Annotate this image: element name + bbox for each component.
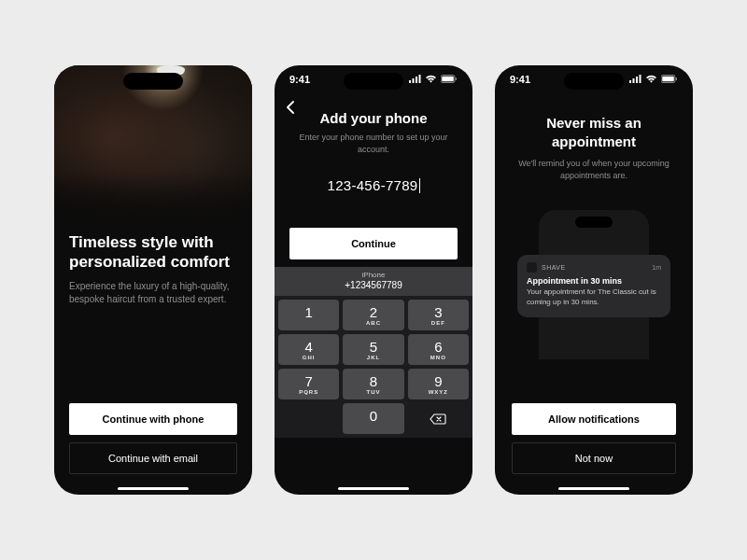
svg-rect-19 — [662, 77, 674, 82]
notification-preview: SHAVE 1m Appointment in 30 mins Your app… — [512, 210, 676, 350]
notification-app-icon — [527, 262, 537, 273]
svg-rect-17 — [640, 75, 641, 83]
battery-icon — [661, 74, 678, 85]
status-time: 9:41 — [289, 74, 310, 85]
device-notch — [564, 73, 624, 90]
keypad-key-0[interactable]: 0 — [343, 403, 403, 434]
keypad-key-1[interactable]: 1 — [278, 300, 339, 330]
keypad-blank — [278, 403, 339, 434]
svg-rect-7 — [409, 80, 411, 83]
add-phone-title: Add your phone — [289, 110, 458, 126]
svg-rect-12 — [442, 77, 454, 82]
cellular-signal-icon — [409, 74, 421, 85]
autofill-source-label: iPhone — [275, 271, 472, 279]
text-cursor — [419, 178, 420, 193]
status-time: 9:41 — [510, 74, 530, 85]
add-phone-screen: 9:41 Add your phone Enter your phone num… — [275, 65, 472, 495]
backspace-icon — [430, 413, 446, 425]
wifi-icon — [425, 74, 437, 85]
notifications-title: Never miss an appointment — [512, 114, 676, 150]
notification-card: SHAVE 1m Appointment in 30 mins Your app… — [517, 255, 670, 317]
continue-button[interactable]: Continue — [289, 228, 458, 259]
home-indicator[interactable] — [118, 487, 189, 490]
numeric-keypad: 1 2ABC 3DEF 4GHI 5JKL 6MNO 7PQRS 8TUV 9W… — [275, 296, 472, 438]
keypad-key-5[interactable]: 5JKL — [343, 334, 403, 365]
svg-rect-14 — [629, 80, 631, 83]
add-phone-subtitle: Enter your phone number to set up your a… — [289, 132, 458, 155]
chevron-left-icon — [286, 101, 294, 114]
keypad-key-9[interactable]: 9WXYZ — [408, 369, 469, 399]
autofill-suggestion[interactable]: iPhone +1234567789 — [275, 267, 472, 296]
keypad-key-8[interactable]: 8TUV — [343, 369, 403, 399]
welcome-title: Timeless style with personalized comfort — [69, 232, 237, 273]
notification-body: Your appointment for The Classic cut is … — [527, 287, 661, 308]
svg-rect-10 — [419, 75, 421, 83]
cellular-signal-icon — [629, 74, 641, 85]
svg-rect-16 — [636, 77, 638, 83]
autofill-number: +1234567789 — [275, 280, 472, 290]
svg-rect-13 — [456, 77, 457, 80]
status-indicators — [629, 74, 678, 85]
notifications-subtitle: We'll remind you of when your upcoming a… — [512, 158, 676, 182]
keypad-key-7[interactable]: 7PQRS — [278, 369, 339, 399]
continue-with-phone-button[interactable]: Continue with phone — [69, 403, 237, 435]
svg-rect-15 — [633, 78, 635, 83]
svg-rect-20 — [676, 77, 677, 80]
keypad-key-4[interactable]: 4GHI — [278, 334, 339, 365]
mock-notch — [575, 217, 613, 228]
phone-number-input[interactable]: 123-456-7789 — [327, 177, 419, 193]
continue-with-email-button[interactable]: Continue with email — [69, 442, 237, 474]
wifi-icon — [645, 74, 657, 85]
welcome-subtitle: Experience the luxury of a high-quality,… — [69, 280, 237, 307]
notifications-permission-screen: 9:41 Never miss an appointment We'll rem… — [495, 65, 693, 495]
back-button[interactable] — [286, 101, 294, 118]
battery-icon — [441, 74, 458, 85]
status-indicators — [409, 74, 458, 85]
notification-timestamp: 1m — [652, 264, 661, 271]
keypad-key-2[interactable]: 2ABC — [343, 300, 403, 330]
svg-rect-8 — [413, 78, 415, 83]
not-now-button[interactable]: Not now — [512, 442, 676, 474]
keypad-key-6[interactable]: 6MNO — [408, 334, 469, 365]
allow-notifications-button[interactable]: Allow notifications — [512, 403, 676, 435]
home-indicator[interactable] — [338, 487, 409, 490]
keypad-key-3[interactable]: 3DEF — [408, 300, 469, 330]
home-indicator[interactable] — [558, 487, 629, 490]
onboarding-welcome-screen: 9:41 Timeless style with personalized co… — [54, 65, 252, 495]
svg-rect-9 — [416, 77, 417, 83]
keypad-delete[interactable] — [408, 403, 469, 434]
device-notch — [344, 73, 403, 90]
device-notch — [123, 73, 183, 90]
phone-number-value: 123-456-7789 — [327, 177, 417, 193]
notification-title: Appointment in 30 mins — [527, 276, 661, 286]
notification-app-name: SHAVE — [542, 264, 647, 271]
